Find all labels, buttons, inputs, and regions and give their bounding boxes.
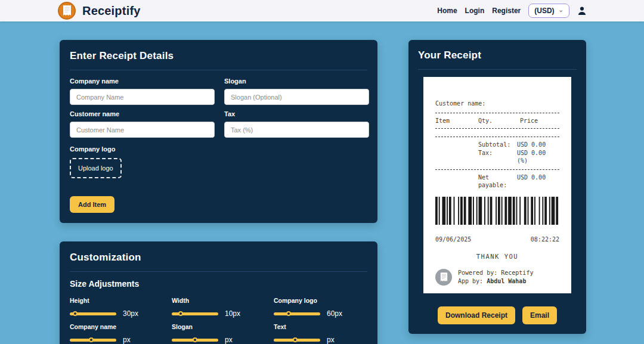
receipt-subtotal-value: USD 0.00 — [517, 141, 559, 148]
receipt-col-qty: Qty. — [478, 117, 520, 124]
upload-logo-button[interactable]: Upload logo — [70, 158, 122, 178]
company-name-slider-value: px — [123, 336, 131, 344]
receipt-thank-you: THANK YOU — [435, 253, 559, 260]
top-navbar: Receiptify Home Login Register (USD) ⌄ — [0, 0, 644, 21]
nav-home[interactable]: Home — [437, 7, 457, 15]
company-name-group: Company name — [70, 78, 215, 105]
company-logo-slider-group: Company logo 60px — [274, 297, 369, 318]
customer-name-group: Customer name — [70, 110, 215, 138]
receipt-net-label: Net payable: — [478, 173, 517, 189]
text-slider-group: Text px — [274, 323, 369, 344]
receipt-dashed-line — [435, 128, 559, 129]
company-logo-label: Company logo — [70, 145, 367, 153]
width-slider-label: Width — [172, 297, 267, 304]
slider-thumb[interactable] — [193, 337, 197, 342]
tax-label: Tax — [224, 110, 369, 117]
slogan-slider-group: Slogan px — [172, 323, 267, 344]
receipt-powered-by: Powered by: Receptify — [458, 269, 533, 277]
height-slider-group: Height 30px — [70, 297, 165, 318]
details-form: Company name Slogan Customer name Tax — [70, 78, 367, 138]
slogan-slider-label: Slogan — [172, 323, 267, 330]
text-slider-value: px — [327, 336, 335, 344]
tax-input[interactable] — [224, 122, 369, 138]
slider-thumb[interactable] — [178, 311, 183, 316]
brand-title: Receiptify — [82, 4, 141, 18]
divider — [70, 70, 367, 70]
company-logo-slider-value: 60px — [327, 309, 342, 318]
slogan-slider-value: px — [225, 336, 233, 344]
receipt-app-by-name: Abdul Wahab — [487, 278, 526, 284]
height-slider-value: 30px — [123, 309, 138, 318]
receipt-footer: Powered by: Receptify App by: Abdul Waha… — [435, 269, 559, 286]
currency-select[interactable]: (USD) ⌄ — [528, 4, 569, 18]
receipt-subtotal-row: Subtotal: USD 0.00 — [435, 141, 559, 148]
text-slider[interactable] — [274, 339, 320, 342]
receipt-date: 09/06/2025 — [435, 236, 471, 243]
slogan-label: Slogan — [224, 78, 369, 85]
brand-logo[interactable]: Receiptify — [58, 2, 141, 20]
user-account-icon[interactable] — [577, 6, 587, 16]
header-right: Home Login Register (USD) ⌄ — [437, 4, 587, 18]
company-name-label: Company name — [70, 78, 215, 85]
email-button[interactable]: Email — [522, 306, 557, 324]
receipt-col-price: Price — [520, 117, 559, 124]
tax-group: Tax — [224, 110, 369, 138]
currency-selected-value: (USD) — [534, 7, 554, 15]
chevron-down-icon: ⌄ — [559, 8, 564, 12]
left-column: Enter Receipt Details Company name Sloga… — [60, 40, 377, 344]
slider-thumb[interactable] — [286, 311, 291, 316]
receipt-datetime-row: 09/06/2025 08:22:22 — [435, 236, 559, 243]
receipt-tax-row: Tax: USD 0.00 (%) — [435, 149, 559, 165]
slogan-input[interactable] — [224, 89, 369, 105]
receipt-tax-value: USD 0.00 (%) — [517, 149, 559, 165]
nav-login[interactable]: Login — [465, 7, 485, 15]
customization-card-title: Customization — [70, 252, 367, 264]
company-name-slider-group: Company name px — [70, 323, 165, 344]
receipt-customer-label: Customer name: — [435, 100, 559, 107]
width-slider-group: Width 10px — [172, 297, 267, 318]
height-slider-label: Height — [70, 297, 165, 304]
download-receipt-button[interactable]: Download Receipt — [438, 306, 515, 324]
details-card-title: Enter Receipt Details — [70, 50, 367, 62]
width-slider-value: 10px — [225, 309, 240, 318]
customer-name-input[interactable] — [70, 122, 215, 138]
slider-thumb[interactable] — [89, 337, 94, 342]
main-content: Enter Receipt Details Company name Sloga… — [0, 21, 644, 344]
slogan-group: Slogan — [224, 78, 369, 105]
text-slider-label: Text — [274, 323, 369, 330]
receipt-dashed-line — [435, 113, 559, 113]
receipt-app-by-label: App by: — [458, 278, 487, 284]
slider-grid: Height 30px Width 10px Company logo — [70, 297, 367, 344]
company-logo-slider-label: Company logo — [274, 297, 369, 304]
receipt-subtotal-label: Subtotal: — [478, 141, 517, 148]
receipt-footer-logo-icon — [435, 269, 452, 286]
receipt-dashed-line — [435, 137, 559, 137]
receipt-app-by: App by: Abdul Wahab — [458, 277, 533, 286]
receipt-column-headers: Item Qty. Price — [435, 117, 559, 124]
receipt-details-card: Enter Receipt Details Company name Sloga… — [60, 40, 377, 223]
slogan-slider[interactable] — [172, 339, 218, 342]
receipt-col-item: Item — [435, 117, 478, 124]
receipt-card-title: Your Receipt — [418, 49, 577, 61]
your-receipt-card: Your Receipt Customer name: Item Qty. Pr… — [408, 40, 586, 334]
slider-thumb[interactable] — [73, 311, 78, 316]
receipt-logo-icon — [58, 2, 76, 20]
width-slider[interactable] — [172, 312, 218, 315]
divider — [70, 271, 367, 272]
height-slider[interactable] — [70, 312, 116, 315]
nav-register[interactable]: Register — [492, 7, 521, 15]
company-name-slider-label: Company name — [70, 323, 165, 330]
customer-name-label: Customer name — [70, 110, 215, 117]
company-name-input[interactable] — [70, 89, 215, 105]
receipt-time: 08:22:22 — [531, 236, 559, 243]
receipt-tax-label: Tax: — [478, 149, 517, 165]
barcode — [435, 197, 559, 225]
company-logo-slider[interactable] — [274, 312, 320, 315]
receipt-dashed-line — [435, 169, 559, 170]
receipt-actions: Download Receipt Email — [418, 306, 577, 324]
company-name-slider[interactable] — [70, 339, 116, 342]
receipt-net-row: Net payable: USD 0.00 — [435, 173, 559, 189]
add-item-button[interactable]: Add Item — [70, 196, 114, 213]
receipt-credits: Powered by: Receptify App by: Abdul Waha… — [458, 269, 533, 286]
slider-thumb[interactable] — [293, 337, 298, 342]
